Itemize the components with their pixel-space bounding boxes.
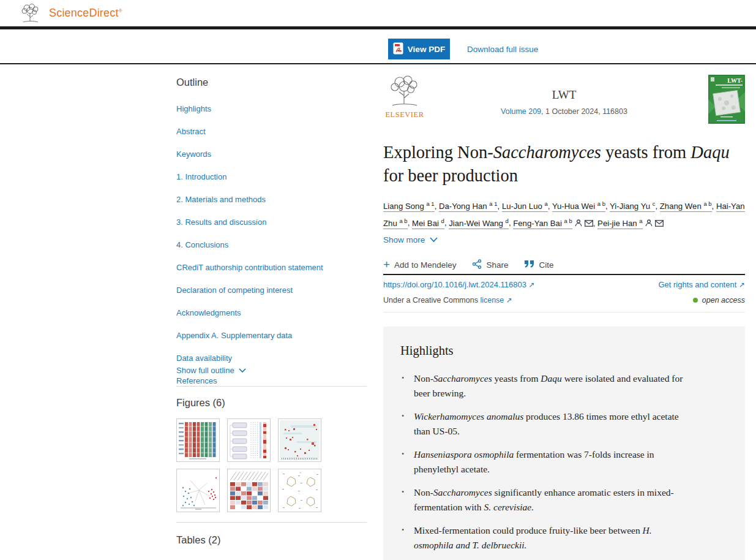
outline-link[interactable]: CRediT authorship contribution statement — [176, 263, 323, 271]
show-full-outline-link[interactable]: Show full outline — [176, 366, 246, 375]
get-rights-link[interactable]: Get rights and content ↗ — [658, 280, 745, 289]
outline-link[interactable]: Highlights — [176, 105, 211, 113]
author-link[interactable]: Yi-Jiang Yu c — [610, 202, 655, 212]
download-full-issue-link[interactable]: Download full issue — [467, 45, 538, 54]
figures-thumbnail-grid — [176, 418, 335, 512]
author-link[interactable]: Jian-Wei Wang d — [449, 219, 509, 229]
external-link-arrow-icon: ↗ — [739, 281, 745, 289]
author-profile-icon[interactable] — [645, 217, 653, 231]
envelope-icon[interactable] — [655, 217, 664, 231]
sciencedirect-logo[interactable]: ScienceDirect® — [49, 7, 122, 20]
author-entry: Mei Bai d, — [412, 219, 449, 229]
author-name: Yu-Hua Wei — [552, 202, 595, 211]
plus-icon: + — [383, 260, 390, 269]
share-label: Share — [486, 260, 508, 270]
outline-link[interactable]: 1. Introduction — [176, 173, 226, 181]
author-link[interactable]: Da-Yong Han a 1 — [439, 202, 498, 212]
license-prefix: Under a Creative Commons — [383, 296, 478, 305]
author-link[interactable]: Liang Song a 1 — [383, 202, 435, 212]
show-more-label: Show more — [383, 235, 425, 244]
author-separator: , — [548, 202, 552, 211]
author-name: Liang Song — [383, 202, 424, 211]
article-title: Exploring Non-Saccharomyces yeasts from … — [383, 141, 735, 187]
figure-thumbnail-6[interactable] — [278, 469, 321, 512]
author-separator: , — [435, 202, 439, 211]
license-label: license — [480, 296, 504, 305]
author-link[interactable]: Zhang Wen a b — [660, 202, 712, 212]
show-more-authors-link[interactable]: Show more — [383, 235, 438, 244]
author-separator: , — [655, 202, 659, 211]
outline-link[interactable]: 2. Materials and methods — [176, 195, 266, 203]
outline-link[interactable]: Keywords — [176, 150, 211, 158]
doi-link[interactable]: https://doi.org/10.1016/j.lwt.2024.11680… — [383, 280, 535, 289]
share-nodes-icon — [472, 259, 482, 271]
article-toolbar: View PDF Download full issue — [0, 29, 756, 64]
article-main: ELSEVIER LWT Volume 209, 1 October 2024,… — [383, 74, 745, 560]
author-entry: Liang Song a 1, — [383, 202, 439, 212]
outline-list-item: Declaration of competing interest — [176, 284, 323, 295]
chevron-down-icon — [239, 366, 246, 375]
author-name: Feng-Yan Bai — [513, 219, 562, 228]
figure-thumbnail-3[interactable] — [278, 418, 321, 462]
svg-text:LWT-: LWT- — [727, 77, 743, 84]
share-button[interactable]: Share — [472, 259, 508, 271]
author-link[interactable]: Mei Bai d — [412, 219, 444, 229]
cite-button[interactable]: Cite — [524, 260, 553, 270]
highlight-item: Hanseniaspora osmophila fermentation was… — [400, 447, 687, 476]
outline-link[interactable]: Acknowledgments — [176, 309, 241, 317]
author-entry: Da-Yong Han a 1, — [439, 202, 502, 212]
outline-link[interactable]: References — [176, 377, 217, 385]
outline-link[interactable]: Abstract — [176, 127, 206, 135]
outline-link[interactable]: 3. Results and discussion — [176, 218, 266, 226]
outline-list-item: Appendix A. Supplementary data — [176, 330, 323, 341]
journal-meta: LWT Volume 209, 1 October 2024, 116803 — [457, 88, 672, 116]
doi-row: https://doi.org/10.1016/j.lwt.2024.11680… — [383, 280, 745, 289]
author-link[interactable]: Yu-Hua Wei a b — [552, 202, 605, 212]
highlight-item: Mixed-fermentation could produce fruity-… — [400, 523, 687, 552]
journal-cover-thumbnail[interactable]: LWT- — [708, 75, 745, 124]
elsevier-tree-logo — [385, 75, 424, 109]
author-entry: Yi-Jiang Yu c, — [610, 202, 660, 212]
envelope-icon[interactable] — [585, 217, 593, 231]
author-link[interactable]: Pei-jie Han a — [597, 219, 642, 229]
outline-list-item: Abstract — [176, 126, 323, 137]
author-link[interactable]: Lu-Jun Luo a — [502, 202, 548, 212]
figure-thumbnail-1[interactable] — [176, 418, 220, 462]
license-link[interactable]: license ↗ — [480, 296, 512, 305]
volume-link[interactable]: Volume 209 — [501, 107, 541, 116]
issue-info: , 1 October 2024, 116803 — [541, 107, 627, 116]
author-name: Lu-Jun Luo — [502, 202, 542, 211]
cite-label: Cite — [539, 260, 553, 270]
figure-thumbnail-4[interactable] — [176, 469, 220, 512]
add-to-mendeley-button[interactable]: + Add to Mendeley — [383, 260, 456, 270]
elsevier-publisher-logo[interactable]: ELSEVIER — [383, 75, 426, 119]
view-pdf-button[interactable]: View PDF — [388, 39, 450, 59]
outline-list-item: Data availability — [176, 352, 323, 363]
outline-link[interactable]: 4. Conclusions — [176, 241, 228, 249]
external-link-arrow-icon: ↗ — [506, 296, 512, 305]
outline-list-item: 2. Materials and methods — [176, 194, 323, 205]
outline-link[interactable]: Appendix A. Supplementary data — [176, 331, 292, 339]
open-access-label: open access — [702, 296, 745, 305]
author-link[interactable]: Feng-Yan Bai a b — [513, 219, 572, 229]
figure-thumbnail-2[interactable] — [227, 418, 271, 462]
author-affiliation-sup: a b — [399, 217, 407, 224]
author-entry: Zhang Wen a b, — [660, 202, 716, 212]
highlights-title: Highlights — [400, 344, 728, 358]
author-profile-icon[interactable] — [575, 217, 582, 231]
author-entry: Feng-Yan Bai a b, — [513, 219, 597, 228]
author-affiliation-sup: a b — [703, 200, 711, 207]
author-name: Da-Yong Han — [439, 202, 487, 211]
sidebar-divider — [176, 386, 367, 387]
figure-thumbnail-5[interactable] — [227, 469, 271, 512]
figures-title: Figures (6) — [176, 397, 225, 409]
journal-title-link[interactable]: LWT — [552, 88, 577, 101]
author-name: Zhang Wen — [660, 202, 702, 211]
outline-link[interactable]: Data availability — [176, 354, 232, 362]
elsevier-tree-logo-icon[interactable] — [18, 3, 43, 26]
external-link-arrow-icon: ↗ — [529, 281, 535, 289]
author-name: Jian-Wei Wang — [449, 219, 503, 228]
outline-link[interactable]: Declaration of competing interest — [176, 286, 293, 294]
author-separator: , — [498, 202, 502, 211]
actions-divider — [383, 274, 745, 275]
